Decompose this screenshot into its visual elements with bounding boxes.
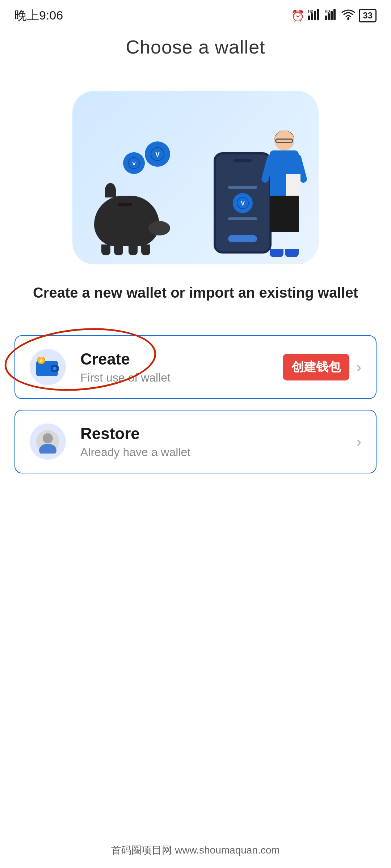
restore-wallet-chevron: › bbox=[357, 434, 361, 450]
svg-rect-0 bbox=[308, 16, 310, 20]
signal-hd1-icon: HD bbox=[308, 9, 321, 22]
create-wallet-subtitle: First use of wallet bbox=[80, 371, 283, 384]
page-title: Choose a wallet bbox=[126, 37, 265, 58]
status-bar: 晚上9:06 ⏰ HD HD bbox=[0, 0, 391, 29]
hero-section: V V V bbox=[0, 69, 391, 317]
svg-text:V: V bbox=[155, 151, 160, 158]
create-wallet-icon: $ bbox=[30, 349, 66, 385]
svg-rect-8 bbox=[333, 9, 336, 20]
create-wallet-card[interactable]: $ Create First use of wallet 创建钱包 › bbox=[14, 335, 377, 399]
create-wallet-badge: 创建钱包 bbox=[283, 354, 349, 380]
restore-wallet-icon bbox=[30, 424, 66, 460]
restore-wallet-card[interactable]: Restore Already have a wallet › bbox=[14, 410, 377, 473]
svg-rect-3 bbox=[317, 9, 319, 20]
svg-text:$: $ bbox=[40, 359, 42, 363]
svg-point-24 bbox=[43, 433, 53, 443]
status-icons: ⏰ HD HD bbox=[291, 9, 377, 22]
signal-hd2-icon: HD bbox=[325, 9, 338, 22]
person-illustration bbox=[261, 131, 308, 257]
svg-rect-1 bbox=[311, 13, 313, 20]
options-section: $ Create First use of wallet 创建钱包 › Rest… bbox=[0, 317, 391, 473]
restore-wallet-subtitle: Already have a wallet bbox=[80, 446, 357, 459]
footer-watermark: 首码圈项目网 www.shoumaquan.com bbox=[0, 843, 391, 857]
coin-illustration-2: V bbox=[123, 152, 145, 174]
restore-wallet-text: Restore Already have a wallet bbox=[80, 425, 357, 459]
svg-rect-2 bbox=[314, 11, 316, 20]
page-header: Choose a wallet bbox=[0, 29, 391, 69]
create-wallet-text: Create First use of wallet bbox=[80, 350, 283, 384]
alarm-icon: ⏰ bbox=[291, 9, 304, 22]
create-wallet-chevron: › bbox=[357, 359, 361, 375]
restore-wallet-title: Restore bbox=[80, 425, 357, 443]
svg-point-10 bbox=[347, 18, 349, 20]
hero-subtitle: Create a new wallet or import an existin… bbox=[18, 282, 373, 303]
create-wallet-title: Create bbox=[80, 350, 283, 368]
svg-text:V: V bbox=[241, 200, 245, 206]
piggy-bank-illustration bbox=[94, 188, 167, 246]
hero-illustration: V V V bbox=[72, 91, 319, 264]
svg-text:HD: HD bbox=[325, 9, 330, 13]
svg-rect-7 bbox=[331, 11, 333, 20]
coin-illustration-1: V bbox=[145, 141, 170, 167]
svg-point-20 bbox=[53, 367, 56, 370]
status-time: 晚上9:06 bbox=[14, 7, 63, 24]
battery-icon: 33 bbox=[359, 9, 377, 22]
svg-text:V: V bbox=[132, 160, 136, 166]
svg-rect-5 bbox=[325, 16, 327, 20]
svg-text:HD: HD bbox=[308, 9, 313, 13]
wifi-icon bbox=[341, 9, 355, 22]
svg-rect-6 bbox=[328, 13, 330, 20]
